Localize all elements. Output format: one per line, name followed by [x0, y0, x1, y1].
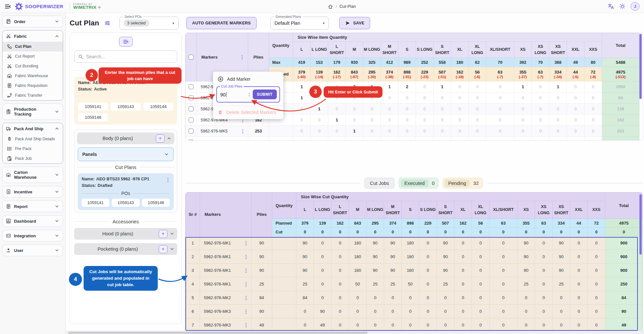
quantity-spacer-cell	[272, 277, 296, 291]
planned-value-cell: 843	[349, 219, 367, 228]
sidebar-toggle-icon[interactable]	[5, 3, 11, 10]
master-cut-plan-card[interactable]: Name:AEO BTS23 5962 -976 MCP Status:Acti…	[74, 77, 177, 125]
kebab-icon[interactable]: ⋮	[244, 268, 248, 273]
cut-job-plies-input[interactable]: 90	[220, 92, 248, 97]
po-chip[interactable]: 1059146	[142, 199, 170, 207]
annotation-step-4-text: Cut Jobs will be automatically generated…	[84, 266, 158, 291]
delete-selected-markers-menu-item[interactable]: Delete Selected Markers	[213, 107, 283, 118]
generated-plans-dropdown[interactable]: Generated Plans Default Plan ▾	[270, 17, 329, 30]
search-icon	[78, 54, 83, 59]
number-stepper[interactable]: ▲▼	[248, 92, 250, 97]
add-pocketing-plan-button[interactable]: +	[159, 245, 168, 253]
panels-dropdown[interactable]: Panels	[78, 147, 174, 161]
sidebar-group-header[interactable]: Report	[3, 201, 63, 212]
po-chip[interactable]: 1059146	[78, 113, 108, 121]
auto-generate-markers-button[interactable]: AUTO GENERATE MARKERS	[186, 17, 257, 29]
sidebar-item-cut-bundling[interactable]: Cut Bundling	[3, 61, 63, 71]
kebab-icon[interactable]: ⋮	[244, 309, 248, 314]
kebab-icon[interactable]: ⋮	[244, 323, 248, 327]
sidebar-group-header[interactable]: User	[3, 245, 63, 256]
size-value-cell: 0	[419, 318, 437, 332]
submit-button[interactable]: SUBMIT	[253, 90, 277, 99]
sidebar-group-header[interactable]: Dashboard	[3, 216, 63, 227]
table1-group-title: Size Wise Item Quantity	[293, 33, 602, 42]
sidebar-item-cut-plan[interactable]: Cut Plan	[3, 42, 63, 51]
row-checkbox[interactable]	[189, 129, 194, 133]
planned-value-cell: 56	[472, 219, 490, 228]
size-value-cell: 25	[296, 277, 314, 291]
code-icon	[6, 233, 11, 238]
sidebar-item-pack-job[interactable]: Pack Job	[3, 154, 63, 163]
sidebar-item-cut-report[interactable]: Cut Report	[3, 51, 63, 61]
select-all-checkbox[interactable]	[189, 55, 194, 60]
size-value-cell: 0	[381, 126, 398, 137]
chevron-down-icon[interactable]	[169, 231, 175, 236]
add-body-plan-button[interactable]: +	[156, 134, 165, 143]
kebab-icon[interactable]: ⋮	[166, 177, 170, 182]
sidebar-group-header[interactable]: Integration	[3, 230, 63, 241]
select-pos-dropdown[interactable]: Select POs 3 selected ▾	[119, 17, 179, 30]
cut-job-row: 3 5962-976-MK1⋮ 90 900018090901800900009…	[186, 264, 643, 277]
po-chip[interactable]: 1059141	[78, 103, 108, 111]
search-input[interactable]	[86, 54, 173, 59]
size-value-cell: 0	[570, 277, 588, 291]
kebab-icon[interactable]: ⋮	[244, 282, 248, 286]
size-value-cell: 90	[437, 236, 454, 250]
kebab-icon[interactable]: ⋮	[244, 254, 248, 259]
hood-section-bar[interactable]: Hood (0 plans) +	[74, 228, 177, 240]
po-chip[interactable]: 1059143	[111, 103, 141, 111]
row-checkbox[interactable]	[189, 118, 194, 122]
row-checkbox[interactable]	[189, 84, 194, 89]
sidebar-group-header[interactable]: Carton Warehouse	[3, 167, 63, 183]
sidebar-group-header[interactable]: Production Tracking	[3, 104, 63, 119]
sidebar-item-pack-and-ship-details[interactable]: Pack And Ship Details	[3, 134, 63, 144]
annotation-step-4-number: 4	[69, 273, 82, 286]
avatar[interactable]: J	[631, 2, 639, 11]
kebab-icon[interactable]: ⋮	[244, 241, 248, 245]
po-chip[interactable]: 1059141	[82, 199, 109, 207]
add-marker-menu-item[interactable]: Add Marker	[213, 73, 283, 85]
table2-scrollbar[interactable]	[639, 194, 642, 255]
size-column-header: XXL	[567, 42, 584, 58]
planned-value-cell: 843(-87)	[346, 67, 363, 81]
horizontal-scrollbar[interactable]	[66, 331, 644, 334]
panel-collapse-button[interactable]	[119, 37, 133, 47]
generated-plans-label: Generated Plans	[274, 15, 303, 19]
sidebar-item-fabric-transfer[interactable]: Fabric Transfer	[3, 90, 63, 100]
save-button[interactable]: SAVE	[339, 17, 370, 29]
chevron-down-icon[interactable]	[169, 246, 175, 252]
theme-toggle-icon[interactable]	[619, 3, 625, 9]
pocketing-section-bar[interactable]: Pocketing (0 plans) +	[74, 243, 177, 255]
kebab-icon[interactable]: ⋮	[240, 140, 245, 141]
po-chip[interactable]: 1059144	[143, 103, 173, 111]
sidebar-item-fabric-warehouse[interactable]: Fabric Warehouse	[3, 71, 63, 81]
row-checkbox[interactable]	[189, 140, 194, 141]
kebab-icon[interactable]: ⋮	[240, 55, 245, 60]
row-checkbox[interactable]	[189, 106, 194, 111]
sidebar-group-header[interactable]: Fabric	[3, 31, 63, 42]
sidebar-item-fabric-requisition[interactable]: Fabric Requisition	[3, 81, 63, 90]
sidebar-group-header[interactable]: Pack And Ship	[3, 123, 63, 134]
table2-group-title: Size Wise Cut Quantity	[296, 193, 605, 201]
size-value-cell: 0	[535, 318, 553, 332]
size-value-cell: 0	[567, 92, 584, 104]
cut-plan-card[interactable]: ⋮ Name:AEO BTS23 5962 -976 CP1 Status:Dr…	[78, 173, 174, 210]
sidebar-item-label: Cut Report	[15, 54, 34, 59]
sidebar-item-pre-pack[interactable]: Pre Pack	[3, 144, 63, 154]
kebab-icon[interactable]: ⋮	[244, 295, 248, 300]
po-chip[interactable]: 1059143	[112, 199, 140, 207]
plies-cell: 49	[251, 318, 272, 332]
add-hood-plan-button[interactable]: +	[159, 230, 168, 238]
kebab-icon[interactable]: ⋮	[240, 129, 245, 133]
translate-icon[interactable]	[608, 3, 614, 9]
home-icon[interactable]	[328, 4, 333, 9]
chevron-up-icon[interactable]	[167, 136, 172, 141]
tune-icon[interactable]	[104, 20, 110, 26]
sidebar-group-header[interactable]: Order	[3, 16, 63, 27]
cut-value-cell: 0	[349, 228, 367, 236]
row-checkbox[interactable]	[189, 95, 194, 100]
table1-scrollbar[interactable]	[639, 34, 642, 99]
size-value-cell: 90	[517, 236, 535, 250]
sidebar-group-header[interactable]: $ Incentive	[3, 186, 63, 197]
body-section-bar[interactable]: Body (0 plans) +	[77, 132, 174, 144]
